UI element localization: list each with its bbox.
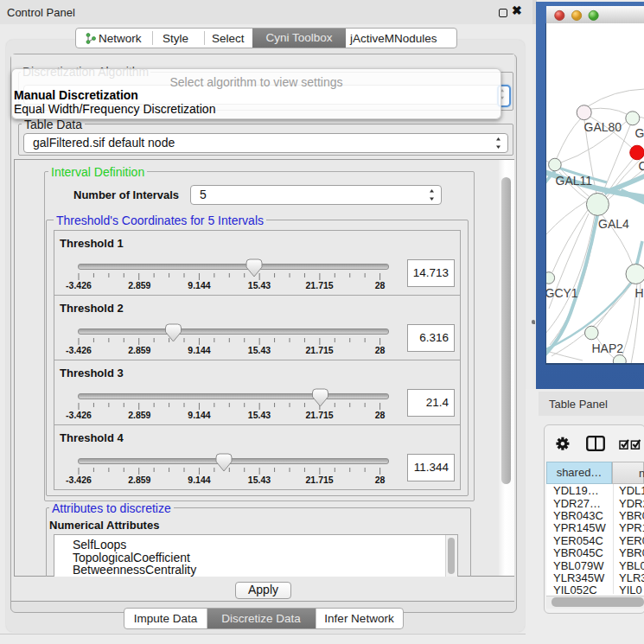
svg-text:GAL11: GAL11 (555, 174, 592, 188)
svg-text:GAL80: GAL80 (583, 120, 622, 134)
svg-text:C: C (638, 159, 644, 173)
svg-text:H: H (634, 286, 643, 300)
svg-text:GAL4: GAL4 (598, 217, 629, 231)
svg-text:HAP2: HAP2 (591, 341, 623, 355)
svg-text:GCY1: GCY1 (546, 286, 578, 300)
svg-text:GA: GA (634, 126, 644, 140)
